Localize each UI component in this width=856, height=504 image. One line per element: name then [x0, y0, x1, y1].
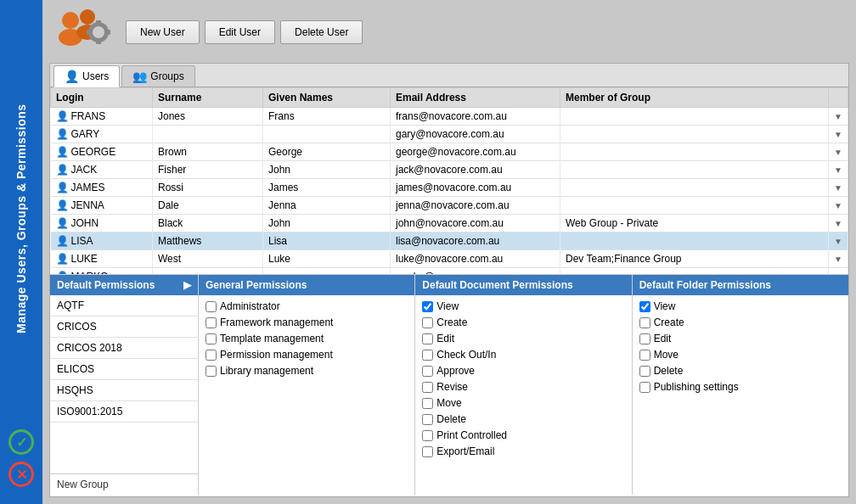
permission-label: Delete [436, 413, 466, 425]
cell-email: george@novacore.com.au [391, 143, 560, 161]
permission-checkbox-row: Create [639, 316, 842, 328]
general-permissions-body: AdministratorFramework managementTemplat… [199, 295, 414, 382]
row-expand-arrow[interactable]: ▼ [829, 126, 848, 143]
permissions-menu-title: Default Permissions [57, 279, 155, 291]
row-expand-arrow[interactable]: ▼ [829, 250, 848, 268]
row-expand-arrow[interactable]: ▼ [829, 215, 848, 232]
cell-login: 👤LUKE [51, 250, 153, 268]
permission-checkbox[interactable] [639, 366, 650, 377]
permission-checkbox[interactable] [422, 333, 433, 344]
sidebar-title: Manage Users, Groups & Permissions [14, 8, 28, 429]
permissions-menu: Default Permissions ▶ AQTFCRICOSCRICOS 2… [50, 275, 199, 495]
permission-checkbox[interactable] [422, 414, 433, 425]
svg-rect-8 [87, 30, 92, 35]
permission-label: Framework management [220, 316, 333, 328]
permission-checkbox-row: View [639, 300, 842, 312]
permission-checkbox[interactable] [422, 317, 433, 328]
row-expand-arrow[interactable]: ▼ [829, 179, 848, 197]
svg-rect-9 [105, 30, 110, 35]
permission-checkbox[interactable] [422, 382, 433, 393]
cell-email: gary@novacore.com.au [391, 126, 560, 143]
row-expand-arrow[interactable]: ▼ [829, 108, 848, 126]
permission-checkbox[interactable] [639, 301, 650, 312]
cell-group [560, 268, 829, 275]
folder-permissions-body: ViewCreateEditMoveDeletePublishing setti… [633, 295, 848, 398]
permission-checkbox[interactable] [206, 366, 217, 377]
permission-checkbox[interactable] [422, 350, 433, 361]
cell-surname: Brown [153, 143, 263, 161]
permission-checkbox[interactable] [422, 430, 433, 441]
permission-checkbox[interactable] [206, 350, 217, 361]
table-row[interactable]: 👤LISA Matthews Lisa lisa@novacore.com.au… [51, 232, 848, 250]
permission-checkbox-row: Approve [422, 365, 624, 377]
table-row[interactable]: 👤JOHN Black John john@novacore.com.au We… [51, 215, 848, 232]
permission-checkbox-row: Edit [639, 333, 842, 344]
col-header-surname: Surname [153, 88, 263, 108]
permissions-menu-item[interactable]: CRICOS 2018 [50, 338, 198, 359]
check-icon[interactable]: ✓ [8, 429, 34, 455]
row-expand-arrow[interactable]: ▼ [829, 161, 848, 179]
cell-email: lisa@novacore.com.au [391, 232, 560, 250]
permission-label: View [436, 300, 459, 312]
permission-checkbox-row: View [422, 300, 624, 312]
permission-checkbox[interactable] [422, 366, 433, 377]
table-row[interactable]: 👤LUKE West Luke luke@novacore.com.au Dev… [51, 250, 848, 268]
x-icon[interactable]: ✕ [8, 462, 34, 487]
permissions-menu-header: Default Permissions ▶ [50, 275, 198, 295]
cell-given: Frans [263, 108, 391, 126]
permission-checkbox[interactable] [639, 333, 650, 344]
permission-checkbox[interactable] [206, 317, 217, 328]
svg-rect-6 [96, 20, 101, 25]
permissions-menu-item[interactable]: ELICOS [50, 359, 198, 380]
folder-permissions-panel: Default Folder Permissions ViewCreateEdi… [633, 275, 848, 495]
permissions-menu-arrow: ▶ [183, 279, 191, 291]
table-row[interactable]: 👤JACK Fisher John jack@novacore.com.au ▼ [51, 161, 848, 179]
permissions-menu-item[interactable]: CRICOS [50, 316, 198, 338]
permission-checkbox[interactable] [422, 398, 433, 409]
edit-user-button[interactable]: Edit User [205, 20, 275, 44]
permission-checkbox[interactable] [639, 317, 650, 328]
permission-checkbox[interactable] [206, 301, 217, 312]
general-permissions-header: General Permissions [199, 275, 414, 295]
permission-checkbox[interactable] [206, 333, 217, 344]
tab-groups[interactable]: 👥 Groups [121, 65, 194, 87]
delete-user-button[interactable]: Delete User [280, 20, 363, 44]
table-row[interactable]: 👤JAMES Rossi James james@novacore.com.au… [51, 179, 848, 197]
cell-email: john@novacore.com.au [391, 215, 560, 232]
permission-checkbox[interactable] [639, 382, 650, 393]
table-row[interactable]: 👤MARKO marko@novacore.com.au ▼ [51, 268, 848, 275]
table-row[interactable]: 👤FRANS Jones Frans frans@novacore.com.au… [51, 108, 848, 126]
permission-checkbox[interactable] [422, 301, 433, 312]
permissions-menu-item[interactable]: ISO9001:2015 [50, 401, 198, 423]
permission-checkbox-row: Framework management [206, 316, 408, 328]
permission-checkbox[interactable] [422, 446, 433, 457]
permission-checkbox-row: Edit [422, 333, 624, 344]
sidebar: Manage Users, Groups & Permissions ✓ ✕ [0, 0, 42, 504]
tab-users[interactable]: 👤 Users [54, 65, 120, 87]
cell-surname: Fisher [153, 161, 263, 179]
table-row[interactable]: 👤JENNA Dale Jenna jenna@novacore.com.au … [51, 197, 848, 215]
cell-given: George [263, 143, 391, 161]
cell-email: james@novacore.com.au [391, 179, 560, 197]
permission-label: Template management [220, 333, 324, 344]
users-tab-icon: 👤 [65, 70, 79, 83]
row-expand-arrow[interactable]: ▼ [829, 197, 848, 215]
cell-surname: Matthews [153, 232, 263, 250]
permissions-menu-item[interactable]: HSQHS [50, 380, 198, 401]
permissions-menu-item[interactable]: AQTF [50, 295, 198, 316]
cell-group [560, 197, 829, 215]
tab-groups-label: Groups [150, 70, 183, 82]
table-row[interactable]: 👤GEORGE Brown George george@novacore.com… [51, 143, 848, 161]
permission-label: Revise [436, 381, 468, 393]
row-expand-arrow[interactable]: ▼ [829, 268, 848, 275]
cell-given: Jenna [263, 197, 391, 215]
permission-checkbox[interactable] [639, 350, 650, 361]
new-group-button[interactable]: New Group [50, 473, 198, 495]
new-user-button[interactable]: New User [126, 20, 200, 44]
cell-login: 👤GEORGE [51, 143, 153, 161]
permission-checkbox-row: Template management [206, 333, 408, 344]
row-expand-arrow[interactable]: ▼ [829, 232, 848, 250]
table-row[interactable]: 👤GARY gary@novacore.com.au ▼ [51, 126, 848, 143]
main-content: New User Edit User Delete User 👤 Users 👥… [42, 0, 856, 504]
row-expand-arrow[interactable]: ▼ [829, 143, 848, 161]
